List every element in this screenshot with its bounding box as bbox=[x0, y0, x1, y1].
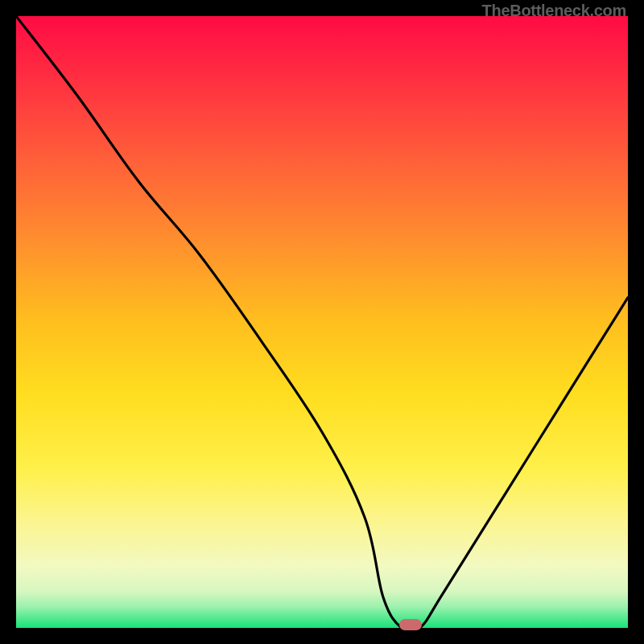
optimum-marker bbox=[399, 619, 422, 630]
gradient-background bbox=[16, 16, 628, 628]
chart-svg bbox=[16, 16, 628, 628]
chart-frame bbox=[16, 16, 628, 628]
